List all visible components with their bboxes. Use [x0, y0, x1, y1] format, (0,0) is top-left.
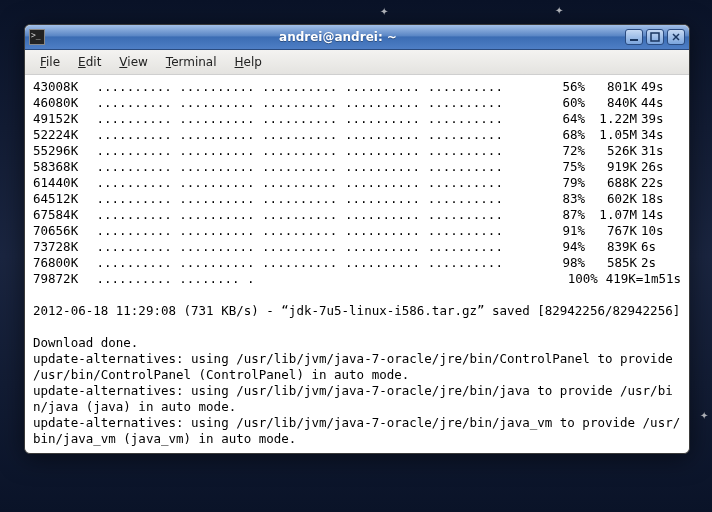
progress-percent: 87% [543, 207, 585, 223]
progress-percent: 75% [543, 159, 585, 175]
update-alt-line: update-alternatives: using /usr/lib/jvm/… [33, 415, 681, 447]
progress-speed: 1.22M [585, 111, 637, 127]
progress-dots: .......... .......... .......... .......… [97, 159, 543, 175]
progress-size: 58368K [33, 159, 89, 175]
progress-row: 52224K .......... .......... .......... … [33, 127, 681, 143]
progress-row: 70656K .......... .......... .......... … [33, 223, 681, 239]
progress-row: 61440K .......... .......... .......... … [33, 175, 681, 191]
menubar: File Edit View Terminal Help [25, 50, 689, 75]
progress-speed: 767K [585, 223, 637, 239]
progress-dots: .......... .......... .......... .......… [97, 111, 543, 127]
terminal-output[interactable]: 43008K .......... .......... .......... … [25, 75, 689, 453]
saved-line: 2012-06-18 11:29:08 (731 KB/s) - “jdk-7u… [33, 303, 681, 319]
maximize-button[interactable] [646, 29, 664, 45]
progress-percent: 98% [543, 255, 585, 271]
progress-row: 67584K .......... .......... .......... … [33, 207, 681, 223]
progress-size: 52224K [33, 127, 89, 143]
progress-speed: 1.07M [585, 207, 637, 223]
progress-size: 73728K [33, 239, 89, 255]
minimize-button[interactable] [625, 29, 643, 45]
download-done-line: Download done. [33, 335, 681, 351]
blank-line [33, 287, 681, 303]
menu-terminal[interactable]: Terminal [159, 53, 224, 71]
update-alt-line: update-alternatives: using /usr/lib/jvm/… [33, 351, 681, 383]
progress-eta: 10s [637, 223, 681, 239]
close-button[interactable] [667, 29, 685, 45]
progress-percent: 64% [543, 111, 585, 127]
progress-speed: 526K [585, 143, 637, 159]
progress-dots: .......... .......... .......... .......… [97, 255, 543, 271]
progress-dots: .......... .......... .......... .......… [97, 239, 543, 255]
progress-dots: .......... .......... .......... .......… [97, 191, 543, 207]
progress-row: 73728K .......... .......... .......... … [33, 239, 681, 255]
progress-size: 46080K [33, 95, 89, 111]
progress-speed: 801K [585, 79, 637, 95]
progress-percent: 83% [543, 191, 585, 207]
progress-size: 55296K [33, 143, 89, 159]
progress-row: 46080K .......... .......... .......... … [33, 95, 681, 111]
progress-speed: 585K [585, 255, 637, 271]
progress-speed: 839K [585, 239, 637, 255]
progress-eta: 14s [637, 207, 681, 223]
progress-percent: 68% [543, 127, 585, 143]
svg-rect-1 [651, 33, 659, 41]
menu-file[interactable]: File [33, 53, 67, 71]
progress-speed: 1.05M [585, 127, 637, 143]
progress-row: 64512K .......... .......... .......... … [33, 191, 681, 207]
progress-size: 70656K [33, 223, 89, 239]
progress-row: 43008K .......... .......... .......... … [33, 79, 681, 95]
progress-eta: 31s [637, 143, 681, 159]
window-controls [625, 29, 685, 45]
progress-percent: 94% [543, 239, 585, 255]
terminal-window: andrei@andrei: ~ File Edit View Terminal… [24, 24, 690, 454]
progress-speed: 602K [585, 191, 637, 207]
progress-eta: 26s [637, 159, 681, 175]
progress-size: 76800K [33, 255, 89, 271]
progress-speed: 840K [585, 95, 637, 111]
progress-dots: .......... .......... .......... .......… [97, 95, 543, 111]
progress-eta: 6s [637, 239, 681, 255]
progress-size: 49152K [33, 111, 89, 127]
terminal-icon [29, 29, 45, 45]
progress-percent: 79% [543, 175, 585, 191]
progress-speed: 919K [585, 159, 637, 175]
progress-percent: 60% [543, 95, 585, 111]
progress-size: 43008K [33, 79, 89, 95]
progress-row: 55296K .......... .......... .......... … [33, 143, 681, 159]
progress-eta: 39s [637, 111, 681, 127]
progress-percent: 72% [543, 143, 585, 159]
progress-size: 67584K [33, 207, 89, 223]
menu-view[interactable]: View [112, 53, 154, 71]
progress-eta: 2s [637, 255, 681, 271]
progress-speed: 688K [585, 175, 637, 191]
titlebar[interactable]: andrei@andrei: ~ [25, 25, 689, 50]
progress-size: 61440K [33, 175, 89, 191]
window-title: andrei@andrei: ~ [51, 30, 625, 44]
progress-eta: 34s [637, 127, 681, 143]
progress-dots: .......... .......... .......... .......… [97, 207, 543, 223]
progress-size: 64512K [33, 191, 89, 207]
progress-eta: 44s [637, 95, 681, 111]
progress-percent: 56% [543, 79, 585, 95]
progress-eta: 49s [637, 79, 681, 95]
progress-percent: 91% [543, 223, 585, 239]
progress-row: 76800K .......... .......... .......... … [33, 255, 681, 271]
progress-row-final: 79872K .......... ........ . 100% 419K=1… [33, 271, 681, 287]
progress-dots: .......... .......... .......... .......… [97, 79, 543, 95]
progress-dots: .......... .......... .......... .......… [97, 175, 543, 191]
progress-eta: 18s [637, 191, 681, 207]
progress-dots: .......... .......... .......... .......… [97, 127, 543, 143]
menu-edit[interactable]: Edit [71, 53, 108, 71]
menu-help[interactable]: Help [228, 53, 269, 71]
progress-row: 49152K .......... .......... .......... … [33, 111, 681, 127]
progress-row: 58368K .......... .......... .......... … [33, 159, 681, 175]
blank-line [33, 319, 681, 335]
progress-dots: .......... .......... .......... .......… [97, 143, 543, 159]
update-alt-line: update-alternatives: using /usr/lib/jvm/… [33, 383, 681, 415]
progress-dots: .......... .......... .......... .......… [97, 223, 543, 239]
progress-eta: 22s [637, 175, 681, 191]
